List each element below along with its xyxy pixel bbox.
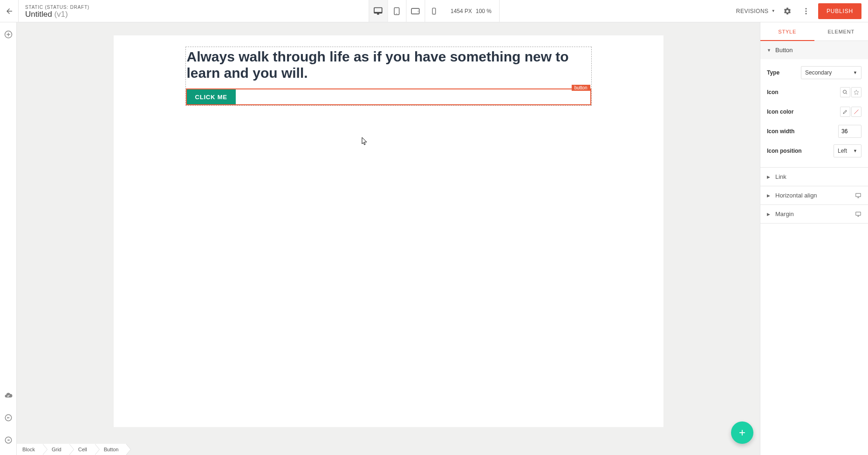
canvas-button[interactable]: CLICK ME xyxy=(187,89,236,104)
main-wrap: Always walk through life as if you have … xyxy=(0,22,868,455)
icon-search-button[interactable] xyxy=(840,87,850,97)
canvas-grid[interactable]: Always walk through life as if you have … xyxy=(185,47,592,106)
section-link: ▶ Link xyxy=(760,168,868,186)
canvas-button-row[interactable]: button CLICK ME xyxy=(186,88,591,105)
add-block-button[interactable] xyxy=(3,29,14,40)
tab-label: ELEMENT xyxy=(827,29,854,34)
desktop-icon xyxy=(373,7,383,16)
gear-icon xyxy=(783,7,792,15)
type-select[interactable]: Secondary ▼ xyxy=(801,66,861,79)
title-version: (v1) xyxy=(54,10,68,19)
plus-circle-icon xyxy=(4,30,13,39)
svg-point-3 xyxy=(417,11,418,12)
back-button[interactable] xyxy=(0,0,19,22)
svg-point-1 xyxy=(396,13,397,14)
breadcrumb-block[interactable]: Block xyxy=(17,444,42,455)
device-desktop-button[interactable] xyxy=(369,0,387,22)
panel-tabs: STYLE ELEMENT xyxy=(760,22,868,41)
section-title: Button xyxy=(775,47,793,54)
prop-label: Icon color xyxy=(767,109,793,115)
tab-style[interactable]: STYLE xyxy=(760,22,814,41)
svg-rect-13 xyxy=(856,193,861,197)
star-icon xyxy=(854,89,859,95)
icon-favorite-button[interactable] xyxy=(851,87,861,97)
caret-down-icon: ▼ xyxy=(772,9,775,13)
status-saved-button[interactable] xyxy=(3,390,14,401)
breadcrumb-bar: Block Grid Cell Button xyxy=(17,444,126,455)
revisions-button[interactable]: REVISIONS ▼ xyxy=(736,8,775,14)
svg-point-7 xyxy=(806,10,807,12)
left-rail xyxy=(0,22,17,455)
undo-button[interactable] xyxy=(3,412,14,423)
right-panel: STYLE ELEMENT ▼ Button Type Secondary ▼ xyxy=(760,22,868,455)
tablet-landscape-icon xyxy=(410,7,420,16)
add-fab-button[interactable]: + xyxy=(731,421,753,444)
select-value: Secondary xyxy=(805,69,832,76)
device-tablet-landscape-button[interactable] xyxy=(406,0,424,22)
color-none-button[interactable] xyxy=(851,107,861,117)
arrow-left-icon xyxy=(5,7,14,15)
prop-icon-width: Icon width xyxy=(767,122,861,141)
tab-label: STYLE xyxy=(778,29,796,34)
caret-down-icon: ▼ xyxy=(853,70,857,75)
svg-point-8 xyxy=(806,13,807,14)
breadcrumb-label: Button xyxy=(104,447,119,452)
cursor-icon xyxy=(362,137,368,145)
eyedropper-icon xyxy=(842,109,848,115)
section-link-header[interactable]: ▶ Link xyxy=(760,168,868,186)
canvas-heading[interactable]: Always walk through life as if you have … xyxy=(186,47,591,86)
caret-down-icon: ▼ xyxy=(767,48,772,53)
title-text: Untitled xyxy=(25,10,52,19)
icon-width-input[interactable] xyxy=(838,125,861,138)
section-button-header[interactable]: ▼ Button xyxy=(760,41,868,59)
prop-label: Type xyxy=(767,69,779,76)
section-margin: ▶ Margin xyxy=(760,205,868,224)
revisions-label: REVISIONS xyxy=(736,8,769,14)
canvas-area[interactable]: Always walk through life as if you have … xyxy=(17,22,760,455)
header-right: REVISIONS ▼ PUBLISH xyxy=(736,0,868,22)
mobile-icon xyxy=(430,7,437,15)
prop-icon-position: Icon position Left ▼ xyxy=(767,141,861,161)
section-button-body: Type Secondary ▼ Icon xyxy=(760,59,868,167)
select-value: Left xyxy=(838,148,847,154)
desktop-icon xyxy=(855,192,861,199)
section-h-align-header[interactable]: ▶ Horizontal align xyxy=(760,186,868,204)
redo-button[interactable] xyxy=(3,435,14,446)
status-line: STATIC (STATUS: DRAFT) xyxy=(25,5,89,10)
canvas-page[interactable]: Always walk through life as if you have … xyxy=(114,35,663,427)
tab-element[interactable]: ELEMENT xyxy=(814,22,868,41)
section-margin-header[interactable]: ▶ Margin xyxy=(760,205,868,223)
device-tablet-portrait-button[interactable] xyxy=(387,0,406,22)
settings-button[interactable] xyxy=(781,5,794,18)
device-switcher: 1454 PX 100 % xyxy=(369,0,499,22)
section-button: ▼ Button Type Secondary ▼ Icon xyxy=(760,41,868,168)
publish-label: PUBLISH xyxy=(827,8,853,14)
svg-point-5 xyxy=(434,13,434,14)
caret-down-icon: ▼ xyxy=(853,149,857,153)
prop-icon: Icon xyxy=(767,82,861,102)
selection-tag: button xyxy=(572,85,590,91)
desktop-icon xyxy=(855,211,861,217)
top-bar: STATIC (STATUS: DRAFT) Untitled (v1) 145… xyxy=(0,0,868,22)
breadcrumb-label: Block xyxy=(22,447,35,452)
cloud-check-icon xyxy=(4,391,13,400)
tablet-portrait-icon xyxy=(392,7,401,15)
breadcrumb-label: Grid xyxy=(52,447,62,452)
zoom-px: 1454 PX xyxy=(451,8,472,14)
page-title: Untitled (v1) xyxy=(25,10,89,19)
prop-icon-color: Icon color xyxy=(767,102,861,122)
more-button[interactable] xyxy=(800,5,813,18)
no-color-icon xyxy=(854,109,859,115)
caret-right-icon: ▶ xyxy=(767,212,772,217)
plus-icon: + xyxy=(739,426,745,439)
color-picker-button[interactable] xyxy=(840,107,850,117)
icon-position-select[interactable]: Left ▼ xyxy=(834,144,861,157)
publish-button[interactable]: PUBLISH xyxy=(818,3,861,19)
breadcrumb-label: Cell xyxy=(78,447,87,452)
device-mobile-button[interactable] xyxy=(424,0,443,22)
prop-label: Icon xyxy=(767,89,779,95)
section-title: Horizontal align xyxy=(775,192,817,199)
prop-type: Type Secondary ▼ xyxy=(767,63,861,82)
section-title: Margin xyxy=(775,211,794,217)
caret-right-icon: ▶ xyxy=(767,175,772,179)
